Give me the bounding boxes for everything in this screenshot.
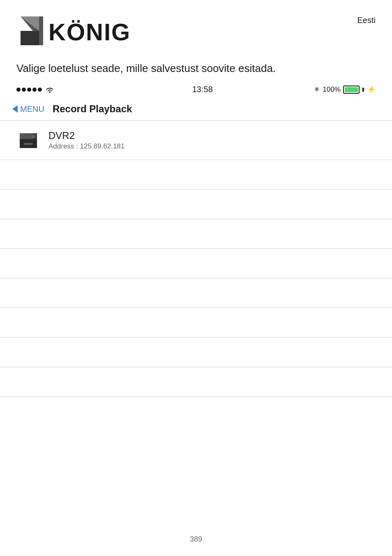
svg-rect-8 [24,143,33,145]
instruction-text: Valige loetelust seade, mille salvestust… [0,53,392,82]
dot-1 [16,88,21,92]
device-info: DVR2 Address : 125.89.62.181 [48,130,376,151]
empty-row-4 [0,249,392,278]
empty-row-3 [0,219,392,249]
charging-icon: ⚡ [367,85,376,94]
status-bar: 13:58 ✳ 100% ⚡ [0,82,392,97]
page-header: KÖNIG Eesti [0,0,392,53]
status-time: 13:58 [91,85,314,94]
empty-row-7 [0,338,392,367]
dot-5 [38,88,42,92]
back-label[interactable]: MENU [20,104,44,114]
device-item-dvr2[interactable]: DVR2 Address : 125.89.62.181 [0,121,392,160]
dot-4 [32,88,37,92]
empty-row-2 [0,190,392,219]
device-icon [16,127,40,153]
svg-marker-2 [21,31,39,45]
svg-text:KÖNIG: KÖNIG [48,19,131,45]
dot-3 [27,88,31,92]
nav-title: Record Playback [53,103,132,115]
svg-marker-6 [20,133,33,139]
nav-bar: MENU Record Playback [0,97,392,121]
battery-tip [362,88,364,92]
wifi-icon [44,86,55,94]
device-list: DVR2 Address : 125.89.62.181 [0,121,392,397]
language-label[interactable]: Eesti [357,12,376,25]
empty-row-8 [0,367,392,397]
svg-marker-1 [21,16,39,31]
logo-area: KÖNIG [16,12,131,49]
dvr-svg-icon [16,127,40,151]
chevron-left-icon [12,105,18,113]
battery-icon [343,86,360,94]
konig-logo: KÖNIG [16,12,131,49]
page-number: 389 [190,535,202,543]
device-address: Address : 125.89.62.181 [48,142,376,151]
empty-row-1 [0,160,392,190]
signal-dots [16,88,42,92]
device-name: DVR2 [48,130,376,141]
footer: 389 [0,535,392,544]
back-button[interactable]: MENU [12,104,44,114]
battery-area: ✳ 100% ⚡ [314,85,376,94]
empty-row-5 [0,278,392,308]
svg-point-4 [49,91,51,93]
empty-row-6 [0,308,392,338]
bluetooth-icon: ✳ [314,85,320,94]
battery-percent: 100% [323,86,341,94]
dot-2 [22,88,26,92]
svg-point-9 [32,135,35,138]
battery-fill [345,87,358,92]
